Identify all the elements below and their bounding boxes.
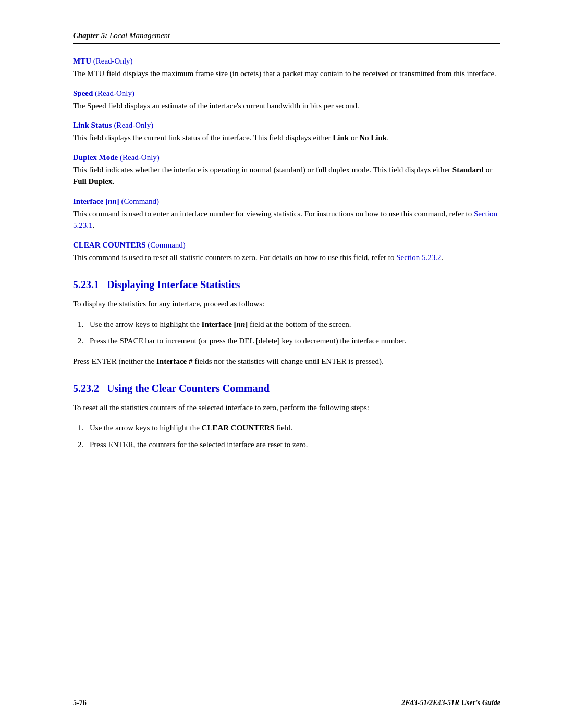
duplex-mode-field-name: Duplex Mode <box>73 153 118 162</box>
interface-nn-label: Interface [nn] (Command) <box>73 197 500 206</box>
section-5232-steps: Use the arrow keys to highlight the CLEA… <box>85 422 500 451</box>
speed-field-desc: The Speed field displays an estimate of … <box>73 100 500 112</box>
chapter-header: Chapter 5: Local Management <box>73 31 500 44</box>
clear-counters-field-type: (Command) <box>146 241 186 249</box>
clear-counters-field-block: CLEAR COUNTERS (Command) This command is… <box>73 241 500 264</box>
section-5231-intro: To display the statistics for any interf… <box>73 298 500 310</box>
section-5231: 5.23.1 Displaying Interface Statistics T… <box>73 279 500 367</box>
mtu-field-name: MTU <box>73 57 91 65</box>
page-footer: 5-76 2E43-51/2E43-51R User's Guide <box>73 699 500 707</box>
section-5231-number: 5.23.1 Displaying Interface Statistics <box>73 279 240 290</box>
clear-counters-field-name: CLEAR COUNTERS <box>73 241 146 249</box>
footer-page-number: 5-76 <box>73 699 87 707</box>
section-5232-heading: 5.23.2 Using the Clear Counters Command <box>73 382 500 394</box>
duplex-mode-field-block: Duplex Mode (Read-Only) This field indic… <box>73 153 500 188</box>
section-5231-follow: Press ENTER (neither the Interface # fie… <box>73 355 500 367</box>
chapter-title: Chapter 5: Local Management <box>73 31 170 40</box>
speed-field-name: Speed <box>73 89 93 97</box>
mtu-label: MTU (Read-Only) <box>73 57 500 66</box>
section-5232-link[interactable]: Section 5.23.2 <box>396 253 441 262</box>
section-5231-steps: Use the arrow keys to highlight the Inte… <box>85 318 500 347</box>
link-status-field-block: Link Status (Read-Only) This field displ… <box>73 121 500 144</box>
interface-nn-field-desc: This command is used to enter an interfa… <box>73 208 500 231</box>
link-status-field-desc: This field displays the current link sta… <box>73 132 500 144</box>
footer-guide-title: 2E43-51/2E43-51R User's Guide <box>401 699 500 707</box>
duplex-mode-label: Duplex Mode (Read-Only) <box>73 153 500 162</box>
section-5232-intro: To reset all the statistics counters of … <box>73 402 500 414</box>
section-5231-heading: 5.23.1 Displaying Interface Statistics <box>73 279 500 291</box>
link-status-field-type: (Read-Only) <box>112 121 154 129</box>
section-5232: 5.23.2 Using the Clear Counters Command … <box>73 382 500 451</box>
link-status-label: Link Status (Read-Only) <box>73 121 500 130</box>
mtu-field-block: MTU (Read-Only) The MTU field displays t… <box>73 57 500 80</box>
list-item: Press ENTER, the counters for the select… <box>85 439 500 451</box>
mtu-field-desc: The MTU field displays the maximum frame… <box>73 68 500 80</box>
link-status-field-name: Link Status <box>73 121 112 129</box>
duplex-mode-field-desc: This field indicates whether the interfa… <box>73 164 500 188</box>
duplex-mode-field-type: (Read-Only) <box>118 153 160 162</box>
chapter-label: Chapter 5: <box>73 31 107 40</box>
list-item: Use the arrow keys to highlight the CLEA… <box>85 422 500 434</box>
interface-nn-field-type: (Command) <box>119 197 159 205</box>
list-item: Use the arrow keys to highlight the Inte… <box>85 318 500 330</box>
interface-nn-field-block: Interface [nn] (Command) This command is… <box>73 197 500 231</box>
clear-counters-field-desc: This command is used to reset all statis… <box>73 252 500 264</box>
section-5231-link[interactable]: Section 5.23.1 <box>73 209 497 230</box>
speed-field-type: (Read-Only) <box>93 89 134 97</box>
list-item: Press the SPACE bar to increment (or pre… <box>85 335 500 347</box>
clear-counters-label: CLEAR COUNTERS (Command) <box>73 241 500 250</box>
section-5232-number: 5.23.2 Using the Clear Counters Command <box>73 382 270 394</box>
interface-nn-field-name: Interface [nn] <box>73 197 119 205</box>
chapter-title-text: Local Management <box>107 31 170 40</box>
mtu-field-type: (Read-Only) <box>91 57 133 65</box>
speed-field-block: Speed (Read-Only) The Speed field displa… <box>73 89 500 112</box>
speed-label: Speed (Read-Only) <box>73 89 500 98</box>
page: Chapter 5: Local Management MTU (Read-On… <box>0 0 563 728</box>
